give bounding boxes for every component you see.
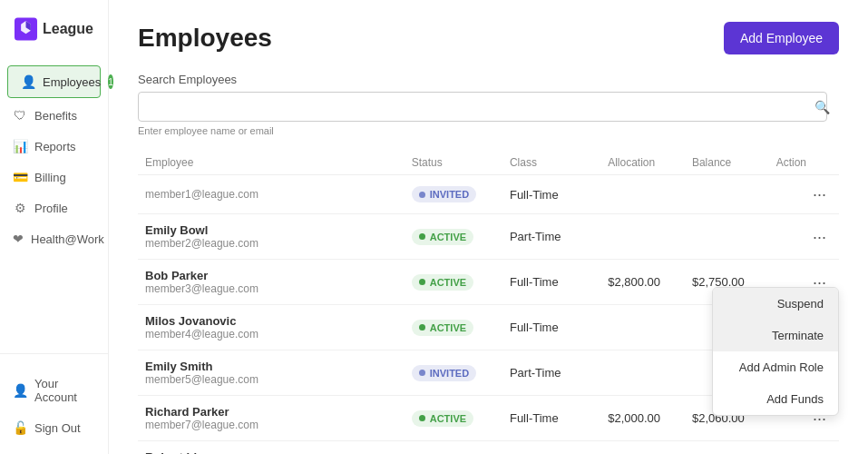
dropdown-item-terminate[interactable]: Terminate: [713, 320, 838, 351]
action-dropdown-menu: SuspendTerminateAdd Admin RoleAdd Funds: [712, 287, 839, 416]
main-content: Employees Add Employee Search Employees …: [109, 0, 868, 454]
reports-icon: 📊: [13, 139, 27, 153]
sidebar-item-reports-label: Reports: [34, 140, 76, 153]
class-cell: Part-Time: [502, 214, 600, 260]
employee-name: Bob Parker: [145, 269, 397, 282]
sidebar-item-billing[interactable]: 💳 Billing: [0, 162, 108, 192]
logo: League: [0, 0, 108, 56]
sidebar-item-reports[interactable]: 📊 Reports: [0, 131, 108, 162]
employee-email: member4@league.com: [145, 328, 397, 340]
sidebar-item-health-label: Health@Work: [31, 232, 104, 246]
balance-cell: $1,996.00: [685, 441, 769, 455]
status-dot: [419, 233, 425, 240]
sidebar-item-employees[interactable]: 👤 Employees 1: [7, 65, 101, 98]
employee-name: Richard Parker: [145, 405, 397, 419]
employee-email: member7@league.com: [145, 419, 397, 431]
col-header-status: Status: [405, 151, 502, 175]
status-dot: [419, 192, 425, 198]
class-cell: Full-Time: [502, 396, 600, 441]
employee-email: member3@league.com: [145, 282, 397, 295]
col-header-balance: Balance: [685, 151, 769, 175]
status-badge: ACTIVE: [412, 229, 473, 245]
employee-cell: Milos Jovanovicmember4@league.com: [138, 305, 405, 350]
sidebar-item-benefits-label: Benefits: [34, 109, 77, 123]
employee-cell: Robert Lingmember8@league.com: [138, 441, 405, 455]
action-menu-button[interactable]: ···: [807, 184, 832, 204]
dropdown-item-add-funds[interactable]: Add Funds: [713, 383, 838, 415]
col-header-action: Action: [769, 151, 839, 175]
col-header-class: Class: [502, 151, 600, 175]
status-badge: INVITED: [412, 186, 476, 202]
search-label: Search Employees: [138, 73, 839, 86]
class-cell: Full-Time: [502, 175, 600, 214]
sidebar-item-signout[interactable]: 🔓 Sign Out: [0, 412, 108, 443]
table-row: Emily Bowlmember2@league.comACTIVEPart-T…: [138, 214, 839, 260]
employee-email: member5@league.com: [145, 373, 397, 386]
col-header-employee: Employee: [138, 151, 405, 175]
profile-icon: ⚙: [13, 201, 27, 215]
status-cell: ACTIVE: [405, 260, 502, 305]
status-badge: ACTIVE: [412, 320, 473, 336]
page-title: Employees: [138, 24, 272, 53]
action-cell: ···: [769, 441, 839, 455]
employee-name: Emily Smith: [145, 360, 397, 373]
search-hint: Enter employee name or email: [138, 125, 839, 136]
status-dot: [419, 279, 425, 285]
status-badge: ACTIVE: [412, 410, 473, 427]
status-cell: ACTIVE: [405, 396, 502, 441]
sidebar-item-profile[interactable]: ⚙ Profile: [0, 192, 108, 223]
logo-text: League: [43, 21, 93, 37]
search-input[interactable]: [138, 92, 827, 122]
action-cell: ···: [769, 175, 839, 214]
status-cell: ACTIVE: [405, 305, 502, 350]
status-cell: INVITED: [405, 175, 502, 214]
employee-name: Emily Bowl: [145, 223, 397, 237]
dropdown-item-suspend[interactable]: Suspend: [713, 288, 838, 320]
status-dot: [419, 370, 425, 376]
status-cell: INVITED: [405, 350, 502, 396]
sidebar-item-benefits[interactable]: 🛡 Benefits: [0, 100, 108, 131]
class-cell: Part-Time: [502, 350, 600, 396]
sidebar-item-health[interactable]: ❤ Health@Work: [0, 223, 108, 254]
class-cell: Full-Time: [502, 441, 600, 455]
sidebar: League 👤 Employees 1 🛡 Benefits 📊 Report…: [0, 0, 109, 454]
benefits-icon: 🛡: [13, 108, 27, 123]
sidebar-item-account[interactable]: 👤 Your Account: [0, 369, 108, 412]
class-cell: Full-Time: [502, 305, 600, 350]
status-dot: [419, 415, 425, 421]
employee-email: member2@league.com: [145, 237, 397, 250]
allocation-cell: [600, 305, 685, 350]
allocation-cell: $2,000.00: [600, 396, 685, 441]
col-header-allocation: Allocation: [600, 151, 685, 175]
sidebar-divider: [0, 353, 108, 354]
health-icon: ❤: [13, 232, 24, 246]
account-icon: 👤: [13, 383, 27, 398]
sidebar-item-employees-label: Employees: [43, 75, 101, 89]
table-row: Bob Parkermember3@league.comACTIVEFull-T…: [138, 260, 839, 305]
search-wrapper: 🔍: [138, 92, 839, 122]
employee-table: Employee Status Class Allocation Balance…: [138, 151, 839, 454]
employee-cell: Emily Smithmember5@league.com: [138, 350, 405, 396]
billing-icon: 💳: [13, 170, 27, 184]
league-logo-icon: [15, 16, 37, 42]
sidebar-item-signout-label: Sign Out: [34, 421, 81, 435]
search-icon: 🔍: [814, 100, 830, 114]
add-employee-button[interactable]: Add Employee: [724, 22, 839, 54]
sidebar-item-account-label: Your Account: [34, 377, 95, 404]
employee-cell: Emily Bowlmember2@league.com: [138, 214, 405, 260]
employee-cell: member1@league.com: [138, 175, 405, 214]
table-row: Robert Lingmember8@league.comACTIVEFull-…: [138, 441, 839, 455]
employee-name: Robert Ling: [145, 450, 397, 454]
allocation-cell: $2,000.00: [600, 441, 685, 455]
balance-cell: [685, 214, 769, 260]
action-menu-button[interactable]: ···: [807, 227, 832, 247]
status-badge: ACTIVE: [412, 274, 473, 291]
employee-name: Milos Jovanovic: [145, 314, 397, 328]
employee-email: member1@league.com: [145, 188, 397, 201]
sidebar-nav: 👤 Employees 1 🛡 Benefits 📊 Reports 💳 Bil…: [0, 56, 108, 346]
table-row: member1@league.comINVITEDFull-Time···: [138, 175, 839, 214]
action-cell: ···SuspendTerminateAdd Admin RoleAdd Fun…: [769, 260, 839, 305]
status-badge: INVITED: [412, 365, 476, 381]
sidebar-bottom: 👤 Your Account 🔓 Sign Out: [0, 361, 108, 454]
dropdown-item-add-admin-role[interactable]: Add Admin Role: [713, 351, 838, 383]
